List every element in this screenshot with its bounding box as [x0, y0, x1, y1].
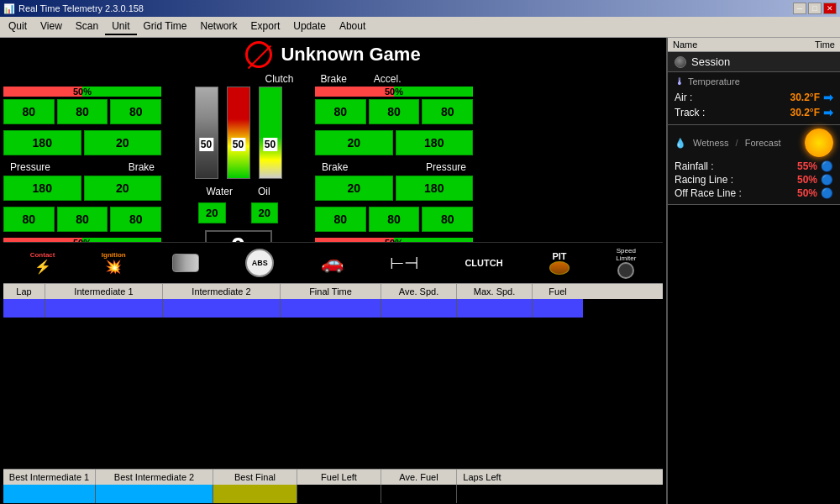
menu-network[interactable]: Network — [194, 18, 244, 35]
close-button[interactable]: ✕ — [823, 3, 837, 14]
rainfall-row: Rainfall : 55% 🔵 — [675, 160, 833, 172]
maximize-button[interactable]: □ — [808, 3, 822, 14]
menu-scan[interactable]: Scan — [69, 18, 105, 35]
center-section: 50 50 50 — [165, 87, 312, 239]
off-race-line-pct: 50% — [797, 187, 817, 199]
lap-cell-1-3 — [281, 299, 381, 318]
racing-line-row: Racing Line : 50% 🔵 — [675, 174, 833, 186]
left-bottom-mid-grid: 180 20 — [3, 176, 161, 201]
rw-bot-1: 80 — [369, 207, 420, 232]
forecast-label: Forecast — [745, 138, 781, 148]
no-signal-icon — [245, 41, 272, 68]
water-cell: 20 — [198, 202, 225, 223]
game-header: Unknown Game — [3, 41, 663, 68]
best-final-header: Best Final — [213, 470, 297, 485]
session-icon — [675, 56, 686, 68]
menu-export[interactable]: Export — [244, 18, 287, 35]
menu-update[interactable]: Update — [286, 18, 333, 35]
lw-cell-2: 80 — [110, 99, 161, 124]
title-bar-icon: 📊 — [3, 3, 15, 14]
rw-bot-0: 80 — [315, 207, 366, 232]
wetness-header: 💧 Wetness / Forecast — [675, 129, 833, 157]
off-race-line-value: 50% 🔵 — [797, 187, 833, 199]
menu-about[interactable]: About — [333, 18, 372, 35]
best-table-header: Best Intermediate 1 Best Intermediate 2 … — [3, 469, 663, 485]
right-labels: Brake Pressure — [315, 161, 473, 173]
gauge-bars: 50 50 50 — [195, 87, 282, 179]
best-cell-1 — [96, 485, 213, 503]
left-bottom-wheel-grid: 80 80 80 — [3, 207, 161, 232]
title-bar-controls[interactable]: ─ □ ✕ — [793, 3, 837, 14]
best-data-row-1 — [3, 485, 663, 503]
speed-limiter-control[interactable]: Speed Limiter — [616, 247, 636, 279]
lw-bm-1: 20 — [84, 176, 162, 201]
left-top-progress: 50% — [3, 87, 161, 97]
minimize-button[interactable]: ─ — [793, 3, 806, 14]
water-oil-cells: 20 20 — [198, 202, 278, 223]
track-temp-value: 30.2°F ➡ — [790, 106, 833, 119]
best-cell-4 — [381, 485, 457, 503]
accel-value: 50 — [263, 138, 277, 151]
abs-button[interactable]: ABS — [245, 249, 274, 277]
right-pressure-label: Pressure — [426, 161, 466, 173]
lap-spacer — [3, 318, 663, 470]
rw-cell-0: 80 — [315, 99, 366, 124]
lap-cell-1-0 — [3, 299, 45, 318]
wetness-section: 💧 Wetness / Forecast Rainfall : 55% 🔵 Ra… — [668, 125, 840, 205]
intermediate1-col-header: Intermediate 1 — [45, 284, 163, 299]
lw-cell-0: 80 — [3, 99, 55, 124]
menu-view[interactable]: View — [34, 18, 69, 35]
menu-unit[interactable]: Unit — [105, 18, 136, 35]
track-width-icon: ⊢⊣ — [390, 253, 418, 273]
rainfall-arrow: 🔵 — [821, 160, 833, 172]
contact-indicator: Contact ⚡ — [30, 251, 55, 275]
accel-bar: 50 — [259, 87, 282, 179]
ignition-indicator: Ignition 💥 — [102, 251, 126, 275]
right-black-space — [668, 205, 840, 504]
clutch-bar: 50 — [195, 87, 218, 179]
headlight-control[interactable] — [172, 254, 199, 272]
track-temp-number: 30.2°F — [790, 107, 820, 118]
oil-label: Oil — [258, 186, 270, 197]
clutch-label: Clutch — [265, 73, 293, 85]
lw-bot-1: 80 — [57, 207, 108, 232]
left-wheels: 50% 80 80 80 180 20 Pressure Brake — [3, 87, 161, 239]
right-col: Name Time Session 🌡 Temperature Air : 30… — [666, 38, 840, 504]
track-temp-row: Track : 30.2°F ➡ — [675, 106, 833, 119]
rainfall-value: 55% 🔵 — [797, 160, 833, 172]
menu-quit[interactable]: Quit — [2, 18, 34, 35]
right-wheels: 50% 80 80 80 20 180 Brake Pressure — [315, 87, 473, 239]
lap-cell-1-5 — [457, 299, 533, 318]
menu-grid-time[interactable]: Grid Time — [137, 18, 194, 35]
telemetry-main-row: 50% 80 80 80 180 20 Pressure Brake — [3, 87, 663, 239]
rw-mid-1: 180 — [396, 130, 474, 155]
lap-col-header: Lap — [3, 284, 45, 299]
menu-bar: Quit View Scan Unit Grid Time Network Ex… — [0, 17, 840, 38]
left-top-wheel-grid: 80 80 80 — [3, 99, 161, 124]
sun-icon — [805, 129, 833, 157]
clutch-btn-label: CLUTCH — [465, 258, 502, 268]
panels-row: Unknown Game Clutch Brake Accel. 50% 80 … — [0, 38, 840, 504]
left-mid-grid: 180 20 — [3, 130, 161, 155]
headlight-icon — [172, 254, 199, 272]
clutch-gauge: 50 — [195, 87, 218, 179]
lw-cell-1: 80 — [57, 99, 108, 124]
clutch-button[interactable]: CLUTCH — [465, 258, 502, 268]
main-layout: Unknown Game Clutch Brake Accel. 50% 80 … — [0, 38, 840, 504]
contact-lightning-icon: ⚡ — [34, 259, 51, 275]
maxspd-col-header: Max. Spd. — [457, 284, 533, 299]
brake-label: Brake — [320, 73, 346, 85]
temp-icon: 🌡 — [675, 76, 685, 87]
lw-bot-0: 80 — [3, 207, 55, 232]
controls-row: Contact ⚡ Ignition 💥 ABS 🚗 — [3, 242, 663, 283]
accel-gauge: 50 — [259, 87, 282, 179]
session-label: Session — [691, 55, 730, 68]
pit-control[interactable]: PIT — [549, 251, 570, 275]
right-top-progress: 50% — [315, 87, 473, 97]
lw-bm-0: 180 — [3, 176, 81, 201]
lap-cell-1-4 — [381, 299, 457, 318]
racing-line-label: Racing Line : — [675, 174, 733, 186]
lw-mid-0: 180 — [3, 130, 81, 155]
air-temp-value: 30.2°F ➡ — [790, 91, 833, 104]
left-labels: Pressure Brake — [3, 161, 161, 173]
